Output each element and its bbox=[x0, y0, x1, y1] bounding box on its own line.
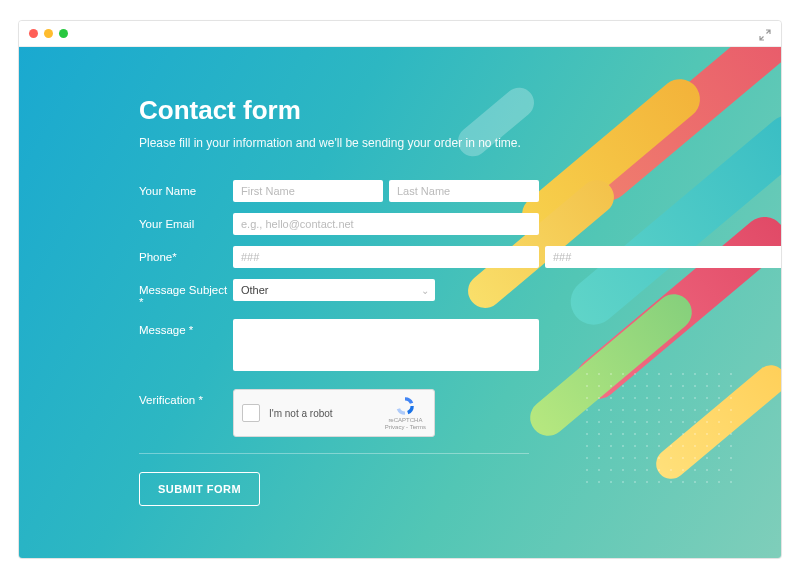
row-message: Message * bbox=[139, 319, 539, 371]
message-textarea[interactable] bbox=[233, 319, 539, 371]
email-label: Your Email bbox=[139, 213, 233, 230]
recaptcha-icon bbox=[394, 395, 416, 417]
phone-label: Phone* bbox=[139, 246, 233, 263]
minimize-icon[interactable] bbox=[44, 29, 53, 38]
contact-form: Contact form Please fill in your informa… bbox=[19, 47, 539, 558]
name-label: Your Name bbox=[139, 180, 233, 197]
row-email: Your Email bbox=[139, 213, 539, 235]
recaptcha-badge: reCAPTCHA Privacy - Terms bbox=[385, 395, 426, 430]
window-controls bbox=[29, 29, 68, 38]
last-name-input[interactable] bbox=[389, 180, 539, 202]
verification-label: Verification * bbox=[139, 389, 233, 406]
subject-label: Message Subject * bbox=[139, 279, 233, 308]
page-subtitle: Please fill in your information and we'l… bbox=[139, 136, 539, 150]
submit-button[interactable]: SUBMIT FORM bbox=[139, 472, 260, 506]
window-titlebar bbox=[19, 21, 781, 47]
row-phone: Phone* bbox=[139, 246, 539, 268]
close-icon[interactable] bbox=[29, 29, 38, 38]
row-verification: Verification * I'm not a robot reCAPTCHA bbox=[139, 389, 539, 437]
expand-icon[interactable] bbox=[759, 27, 771, 39]
row-name: Your Name bbox=[139, 180, 539, 202]
row-subject: Message Subject * Other ⌄ bbox=[139, 279, 539, 308]
phone-prefix-input[interactable] bbox=[545, 246, 781, 268]
subject-select[interactable]: Other bbox=[233, 279, 435, 301]
page-viewport: Contact form Please fill in your informa… bbox=[19, 47, 781, 558]
first-name-input[interactable] bbox=[233, 180, 383, 202]
recaptcha-label: I'm not a robot bbox=[269, 408, 385, 419]
maximize-icon[interactable] bbox=[59, 29, 68, 38]
message-label: Message * bbox=[139, 319, 233, 336]
decoration-dots bbox=[581, 368, 741, 488]
recaptcha-checkbox[interactable] bbox=[242, 404, 260, 422]
recaptcha-widget[interactable]: I'm not a robot reCAPTCHA Privacy - Term… bbox=[233, 389, 435, 437]
page-title: Contact form bbox=[139, 95, 539, 126]
email-input[interactable] bbox=[233, 213, 539, 235]
phone-area-input[interactable] bbox=[233, 246, 539, 268]
form-divider bbox=[139, 453, 529, 454]
browser-window: Contact form Please fill in your informa… bbox=[18, 20, 782, 559]
